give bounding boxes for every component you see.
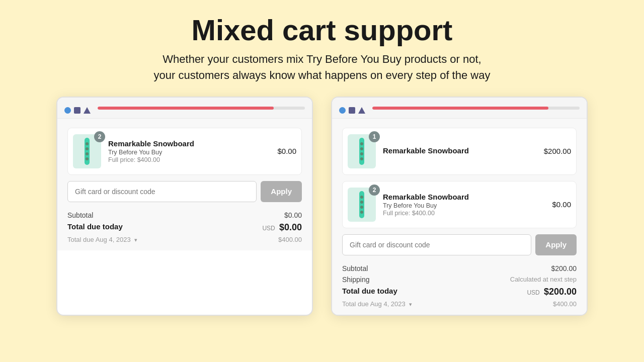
browser-bar-right	[332, 98, 587, 119]
svg-point-9	[360, 157, 363, 160]
cart-card-left: 2 Remarkable Snowboard Try Before You B	[56, 97, 313, 316]
chevron-down-icon-right: ▾	[409, 301, 412, 307]
svg-point-6	[360, 142, 363, 145]
item-badge-left: 2	[94, 131, 105, 142]
hero-section: Mixed cart support Whether your customer…	[0, 0, 644, 95]
discount-row-left: Apply	[67, 181, 302, 202]
item-badge-right-2: 2	[369, 185, 380, 196]
svg-point-8	[360, 152, 363, 155]
progress-bar-fill-right	[372, 107, 548, 110]
shipping-row-right: Shipping Calculated at next step	[342, 276, 577, 284]
subtotal-value-right: $200.00	[551, 264, 577, 273]
total-value-right: $200.00	[544, 287, 577, 297]
svg-point-11	[360, 196, 363, 199]
item-price-right-1: $200.00	[544, 147, 571, 155]
svg-rect-0	[85, 138, 90, 165]
progress-bar-left	[98, 107, 305, 110]
item-details-right-2: Remarkable Snowboard Try Before You Buy …	[383, 193, 547, 217]
cart-item-right-1: 1 Remarkable Snowboard $200.00	[342, 128, 577, 175]
future-row-left: Total due Aug 4, 2023 ▾ $400.00	[67, 236, 302, 243]
svg-point-1	[86, 142, 89, 145]
browser-content-left: 2 Remarkable Snowboard Try Before You B	[57, 119, 312, 250]
item-image-wrap-right-1: 1	[348, 134, 376, 168]
shipping-label-right: Shipping	[342, 276, 370, 284]
item-image-wrap-right-2: 2	[348, 188, 376, 222]
discount-input-right[interactable]	[342, 234, 531, 255]
subtotal-row-left: Subtotal $0.00	[67, 211, 302, 219]
apply-button-right[interactable]: Apply	[535, 234, 577, 255]
subtotal-label-right: Subtotal	[342, 264, 368, 273]
cart-item-left: 2 Remarkable Snowboard Try Before You B	[67, 128, 302, 175]
svg-point-14	[360, 211, 363, 214]
browser-bar-left	[57, 98, 312, 119]
browser-content-right: 1 Remarkable Snowboard $200.00	[332, 119, 587, 315]
totals-section-right: Subtotal $200.00 Shipping Calculated at …	[342, 262, 577, 308]
dot-triangle-right	[358, 107, 365, 114]
svg-rect-5	[359, 138, 364, 165]
future-row-right: Total due Aug 4, 2023 ▾ $400.00	[342, 300, 577, 308]
svg-point-12	[360, 201, 363, 204]
totals-section-left: Subtotal $0.00 Total due today USD $0.00…	[67, 209, 302, 243]
progress-bar-right	[372, 107, 580, 110]
item-tag-left: Try Before You Buy	[108, 149, 272, 156]
svg-point-13	[360, 206, 363, 209]
dot-triangle-left	[84, 107, 91, 114]
item-name-left: Remarkable Snowboard	[108, 139, 272, 148]
item-fullprice-left: Full price: $400.00	[108, 156, 272, 163]
total-row-right: Total due today USD $200.00	[342, 287, 577, 297]
item-fullprice-right-2: Full price: $400.00	[383, 210, 547, 217]
chevron-down-icon-left: ▾	[134, 237, 137, 243]
item-price-right-2: $0.00	[552, 200, 571, 209]
total-label-left: Total due today	[67, 222, 123, 233]
svg-rect-10	[359, 191, 364, 218]
item-price-left: $0.00	[277, 147, 296, 155]
snowboard-icon-left	[77, 137, 97, 166]
total-value-left: $0.00	[279, 222, 302, 232]
discount-row-right: Apply	[342, 234, 577, 255]
future-value-right: $400.00	[553, 300, 577, 308]
progress-bar-fill-left	[98, 107, 274, 110]
item-tag-right-2: Try Before You Buy	[383, 202, 547, 209]
total-usd-right: USD	[527, 289, 539, 296]
dot-square-left	[74, 107, 80, 114]
subtotal-value-left: $0.00	[284, 211, 302, 219]
dot-blue-left	[64, 107, 71, 114]
dot-square-right	[349, 107, 355, 114]
item-image-wrap-left: 2	[73, 134, 101, 168]
dot-blue-right	[339, 107, 346, 114]
hero-title: Mixed cart support	[30, 14, 614, 46]
item-name-right-2: Remarkable Snowboard	[383, 193, 547, 201]
subtotal-row-right: Subtotal $200.00	[342, 264, 577, 273]
snowboard-icon-right-2	[352, 190, 371, 219]
svg-point-2	[86, 147, 89, 150]
apply-button-left[interactable]: Apply	[261, 181, 302, 202]
future-value-left: $400.00	[278, 236, 302, 243]
item-details-right-1: Remarkable Snowboard	[383, 146, 539, 156]
hero-subtitle: Whether your customers mix Try Before Yo…	[30, 51, 614, 83]
future-label-left: Total due Aug 4, 2023	[67, 236, 131, 243]
svg-point-4	[86, 157, 89, 160]
discount-input-left[interactable]	[67, 181, 257, 202]
total-row-left: Total due today USD $0.00	[67, 222, 302, 233]
snowboard-icon-right-1	[352, 137, 371, 166]
subtotal-label-left: Subtotal	[67, 211, 93, 219]
item-name-right-1: Remarkable Snowboard	[383, 146, 539, 155]
total-label-right: Total due today	[342, 287, 397, 297]
shipping-value-right: Calculated at next step	[510, 276, 577, 284]
item-details-left: Remarkable Snowboard Try Before You Buy …	[108, 139, 272, 163]
svg-point-3	[86, 152, 89, 155]
cart-card-right: 1 Remarkable Snowboard $200.00	[331, 97, 588, 316]
cart-item-right-2: 2 Remarkable Snowboard Try Before You B	[342, 181, 577, 228]
item-badge-right-1: 1	[369, 131, 380, 142]
total-usd-left: USD	[262, 225, 275, 232]
cards-row: 2 Remarkable Snowboard Try Before You B	[0, 97, 644, 316]
future-label-right: Total due Aug 4, 2023	[342, 300, 406, 308]
svg-point-7	[360, 147, 363, 150]
